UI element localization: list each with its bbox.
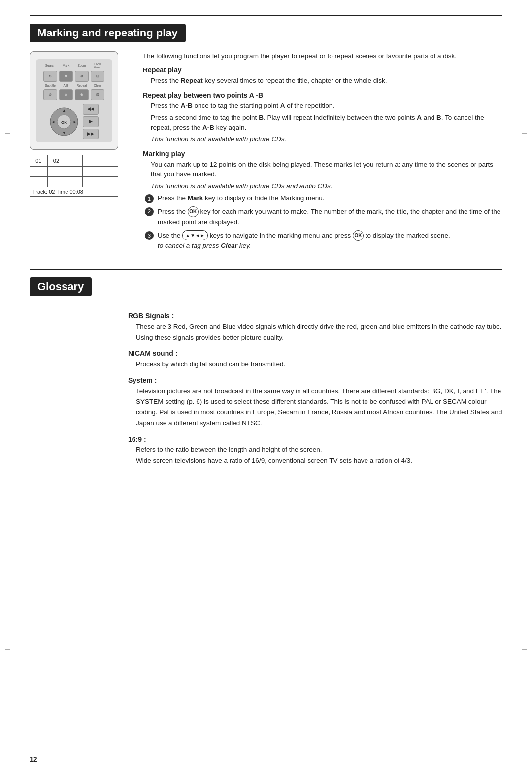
step2-number: 2 xyxy=(145,207,154,216)
page-number: 12 xyxy=(30,755,37,763)
section2: Glossary RGB Signals : These are 3 Red, … xyxy=(30,269,502,466)
remote-row1: ⊙ ⊛ ⊕ ⊡ xyxy=(43,71,104,82)
remote-control-image: Search Mark Zoom DVD Menu ⊙ ⊛ ⊕ ⊡ xyxy=(30,51,118,150)
section2-title: Glossary xyxy=(30,277,92,296)
mark-btn: ⊛ xyxy=(59,71,73,82)
marking-grid-row2 xyxy=(30,177,118,187)
grid-cell-empty1 xyxy=(65,155,83,166)
repeat-play-title: Repeat play xyxy=(143,66,502,74)
remote-row-labels: Search Mark Zoom DVD Menu xyxy=(43,62,104,69)
subtitle-btn: ⊙ xyxy=(43,89,57,100)
grid-row2-cell3 xyxy=(65,177,83,187)
repeat-btn: ⊛ xyxy=(75,89,89,100)
grid-row2-cell2 xyxy=(48,177,66,187)
remote-row-labels2: Subtitle A-B Repeat Clear xyxy=(43,84,104,87)
right-column: The following functions let you program … xyxy=(143,51,502,254)
marking-play-text1: You can mark up to 12 points on the disk… xyxy=(143,160,502,180)
glossary-content: RGB Signals : These are 3 Red, Green and… xyxy=(30,312,502,466)
tick-left-top xyxy=(5,133,10,134)
remote-row2: ⊙ ⊛ ⊛ ⊡ xyxy=(43,89,104,100)
glossary-def-nicam: Process by which digital sound can be tr… xyxy=(128,359,502,370)
search-btn: ⊙ xyxy=(43,71,57,82)
repeat-play-text: Press the Repeat key several times to re… xyxy=(143,76,502,86)
svg-text:OK: OK xyxy=(61,120,67,125)
glossary-term-169: 16:9 : xyxy=(128,435,502,443)
grid-row2-cell5 xyxy=(100,177,118,187)
step1-number: 1 xyxy=(145,194,154,203)
clear-key-label: Clear xyxy=(221,242,237,249)
section1-title: Marking and repeating play xyxy=(30,24,186,42)
corner-mark-tr xyxy=(521,5,527,11)
tick-right-top xyxy=(522,133,527,134)
prev-btn: ◀◀ xyxy=(83,104,99,115)
grid-cell-empty2 xyxy=(83,155,100,166)
grid-row2-cell1 xyxy=(30,177,48,187)
step3-number: 3 xyxy=(145,231,154,240)
grid-cell-02: 02 xyxy=(48,155,66,166)
nav-keys-icon: ▲▼◄► xyxy=(182,230,208,240)
step1: 1 Press the Mark key to display or hide … xyxy=(143,193,502,203)
repeat-bold: Repeat xyxy=(181,77,203,84)
section1-content: Search Mark Zoom DVD Menu ⊙ ⊛ ⊕ ⊡ xyxy=(30,51,502,254)
tick-top-right xyxy=(399,5,399,10)
step2: 2 Press the OK key for each mark you wan… xyxy=(143,206,502,227)
grid-row1-cell1 xyxy=(30,167,48,176)
glossary-term-system: System : xyxy=(128,376,502,384)
section1-divider xyxy=(30,15,502,16)
next-btn: ▶▶ xyxy=(83,129,99,139)
corner-mark-br xyxy=(521,772,527,778)
marking-grid-footer: Track: 02 Time 00:08 xyxy=(30,187,118,196)
play-btn: ▶ xyxy=(83,116,99,127)
tick-top-left xyxy=(133,5,133,10)
glossary-def-169: Refers to the ratio between the length a… xyxy=(128,444,502,466)
left-column: Search Mark Zoom DVD Menu ⊙ ⊛ ⊕ ⊡ xyxy=(30,51,128,254)
grid-cell-empty3 xyxy=(100,155,118,166)
grid-row1-cell2 xyxy=(48,167,66,176)
section2-divider xyxy=(30,269,502,270)
corner-mark-tl xyxy=(5,5,11,11)
marking-play-note: This function is not available with pict… xyxy=(143,181,502,191)
glossary-def-system: Television pictures are not broadcast in… xyxy=(128,386,502,428)
step3: 3 Use the ▲▼◄► keys to navigate in the m… xyxy=(143,230,502,251)
repeat-ab-line2: Press a second time to tag the point B. … xyxy=(143,113,502,133)
remote-inner: Search Mark Zoom DVD Menu ⊙ ⊛ ⊕ ⊡ xyxy=(36,59,112,142)
grid-row1-cell4 xyxy=(83,167,100,176)
cancel-note-post: key. xyxy=(237,242,251,249)
marking-grid-row1 xyxy=(30,167,118,177)
dvd-menu-btn: ⊡ xyxy=(91,71,104,82)
repeat-ab-line1: Press the A-B once to tag the starting p… xyxy=(143,101,502,111)
svg-text:◄: ◄ xyxy=(51,120,55,124)
tick-right-bottom xyxy=(522,649,527,650)
nav-ring-svg: ▲ ▼ ◄ ► OK xyxy=(49,107,79,136)
clear-btn: ⊡ xyxy=(91,89,104,100)
svg-text:▼: ▼ xyxy=(62,131,66,135)
glossary-term-nicam: NICAM sound : xyxy=(128,349,502,357)
glossary-term-rgb: RGB Signals : xyxy=(128,312,502,320)
grid-cell-01: 01 xyxy=(30,155,48,166)
marking-play-title: Marking play xyxy=(143,150,502,158)
tick-bottom-left xyxy=(133,773,133,778)
ok-key-step2: OK xyxy=(188,206,199,217)
cancel-note-pre: to cancel a tag press xyxy=(158,242,221,249)
svg-text:►: ► xyxy=(73,120,77,124)
zoom-btn: ⊕ xyxy=(75,71,89,82)
section1: Marking and repeating play Search Mark Z… xyxy=(30,15,502,254)
svg-text:▲: ▲ xyxy=(62,108,66,113)
tick-bottom-right xyxy=(399,773,399,778)
marking-grid-header: 01 02 xyxy=(30,155,118,167)
repeat-ab-title: Repeat play between two points A -B xyxy=(143,91,502,99)
grid-row1-cell3 xyxy=(65,167,83,176)
repeat-ab-note: This function is not available with pict… xyxy=(143,135,502,144)
glossary-def-rgb: These are 3 Red, Green and Blue video si… xyxy=(128,321,502,342)
grid-row1-cell5 xyxy=(100,167,118,176)
step1-text: Press the Mark key to display or hide th… xyxy=(158,193,502,203)
corner-mark-bl xyxy=(5,772,11,778)
marking-grid: 01 02 xyxy=(30,155,118,197)
section1-intro: The following functions let you program … xyxy=(143,51,502,61)
grid-row2-cell4 xyxy=(83,177,100,187)
ok-key-step3: OK xyxy=(353,230,364,241)
step2-text: Press the OK key for each mark you want … xyxy=(158,206,502,227)
step3-text: Use the ▲▼◄► keys to navigate in the mar… xyxy=(158,230,502,251)
ab-btn: ⊛ xyxy=(59,89,73,100)
tick-left-bottom xyxy=(5,649,10,650)
